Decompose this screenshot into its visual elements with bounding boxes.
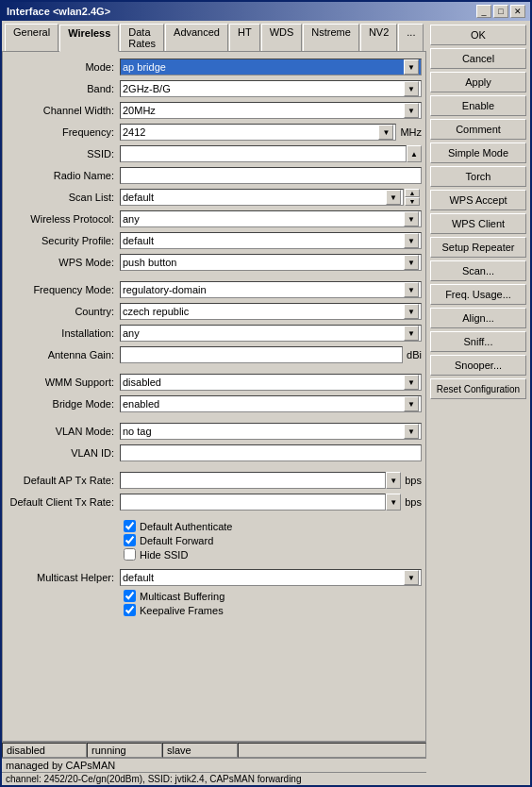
multicast-buffering-checkbox[interactable] [124,590,136,602]
default-ap-tx-rate-row: Default AP Tx Rate: ▼ bps [7,471,422,490]
tab-data-rates[interactable]: Data Rates [120,24,164,51]
default-authenticate-checkbox[interactable] [124,520,136,532]
default-client-tx-rate-input[interactable] [120,494,386,511]
tab-nv2[interactable]: NV2 [360,24,397,51]
security-profile-dropdown-btn[interactable]: ▼ [404,233,419,248]
channel-width-select[interactable]: 20MHz ▼ [120,102,422,119]
reset-configuration-button[interactable]: Reset Configuration [430,378,526,399]
close-button[interactable]: ✕ [510,5,525,18]
mode-select[interactable]: ap bridge ▼ [120,59,422,75]
multicast-buffering-row: Multicast Buffering [124,590,422,602]
maximize-button[interactable]: □ [493,5,508,18]
multicast-buffering-label: Multicast Buffering [140,591,224,602]
multicast-helper-row: Multicast Helper: default ▼ [7,568,422,587]
channel-width-dropdown-btn[interactable]: ▼ [404,103,419,118]
ssid-control: jvtik2.4 ▲ [120,145,422,162]
ok-button[interactable]: OK [430,25,526,45]
frequency-control: 2412 ▼ MHz [120,124,422,141]
setup-repeater-button[interactable]: Setup Repeater [430,237,526,258]
hide-ssid-checkbox[interactable] [124,548,136,561]
enable-button[interactable]: Enable [430,95,526,116]
bridge-mode-dropdown-btn[interactable]: ▼ [404,396,419,411]
default-ap-tx-rate-control: ▼ bps [120,472,422,489]
managed-by-capsman: managed by CAPsMAN [2,758,426,772]
band-dropdown-btn[interactable]: ▼ [404,81,419,96]
tab-wireless[interactable]: Wireless [59,25,119,52]
country-dropdown-btn[interactable]: ▼ [404,304,419,319]
wps-client-button[interactable]: WPS Client [430,213,526,234]
frequency-select[interactable]: 2412 ▼ [120,124,396,141]
window-body: General Wireless Data Rates Advanced HT … [2,21,530,785]
vlan-mode-dropdown-btn[interactable]: ▼ [404,424,419,439]
scan-list-down-btn[interactable]: ▼ [405,197,420,206]
ssid-up-btn[interactable]: ▲ [407,145,422,162]
wps-mode-dropdown-btn[interactable]: ▼ [404,255,419,270]
tabs: General Wireless Data Rates Advanced HT … [2,21,426,51]
tab-nstreme[interactable]: Nstreme [303,24,359,51]
scan-list-up-btn[interactable]: ▲ [405,189,420,197]
comment-button[interactable]: Comment [430,119,526,140]
scan-button[interactable]: Scan... [430,260,526,281]
antenna-gain-control: 0 dBi [120,346,422,363]
multicast-helper-select[interactable]: default ▼ [120,569,422,586]
status-segment-3: slave [162,743,238,758]
installation-select[interactable]: any ▼ [120,325,422,342]
simple-mode-button[interactable]: Simple Mode [430,142,526,163]
scan-list-dropdown-btn[interactable]: ▼ [386,190,401,205]
vlan-id-label: VLAN ID: [7,447,120,459]
wmm-support-select[interactable]: disabled ▼ [120,374,422,391]
cancel-button[interactable]: Cancel [430,48,526,69]
scan-list-select[interactable]: default ▼ [120,189,404,206]
minimize-button[interactable]: _ [476,5,491,18]
mode-row: Mode: ap bridge ▼ [7,58,422,76]
tab-more[interactable]: ... [398,24,424,51]
tab-advanced[interactable]: Advanced [165,24,228,51]
default-client-tx-rate-dropdown[interactable]: ▼ [386,494,401,511]
default-ap-tx-rate-dropdown[interactable]: ▼ [386,472,401,489]
bridge-mode-row: Bridge Mode: enabled ▼ [7,394,422,413]
channel-info: channel: 2452/20-Ce/gn(20dBm), SSID: jvt… [2,772,426,785]
vlan-id-row: VLAN ID: 1 [7,444,422,462]
default-forward-checkbox[interactable] [124,534,136,546]
tab-general[interactable]: General [5,24,58,51]
radio-name-input[interactable]: B869F498C1DC [120,167,422,184]
vlan-mode-control: no tag ▼ [120,423,422,440]
frequency-mode-dropdown-btn[interactable]: ▼ [404,282,419,297]
installation-dropdown-btn[interactable]: ▼ [404,326,419,341]
wireless-protocol-select[interactable]: any ▼ [120,210,422,227]
ssid-input[interactable]: jvtik2.4 [120,145,407,162]
bridge-mode-select[interactable]: enabled ▼ [120,395,422,412]
default-client-tx-rate-control: ▼ bps [120,494,422,511]
align-button[interactable]: Align... [430,308,526,328]
channel-width-row: Channel Width: 20MHz ▼ [7,101,422,120]
frequency-dropdown-btn[interactable]: ▼ [378,125,393,140]
sniff-button[interactable]: Sniff... [430,331,526,352]
mode-dropdown-btn[interactable]: ▼ [404,59,419,75]
vlan-id-input[interactable]: 1 [120,444,422,461]
default-authenticate-label: Default Authenticate [140,521,232,532]
wireless-protocol-dropdown-btn[interactable]: ▼ [404,211,419,226]
tab-wds[interactable]: WDS [261,24,303,51]
antenna-gain-input[interactable]: 0 [120,346,403,363]
installation-control: any ▼ [120,325,422,342]
snooper-button[interactable]: Snooper... [430,355,526,376]
multicast-helper-dropdown-btn[interactable]: ▼ [404,570,419,585]
vlan-mode-select[interactable]: no tag ▼ [120,423,422,440]
band-select[interactable]: 2GHz-B/G ▼ [120,80,422,97]
security-profile-select[interactable]: default ▼ [120,232,422,249]
freq-usage-button[interactable]: Freq. Usage... [430,284,526,305]
tab-ht[interactable]: HT [229,24,260,51]
country-select[interactable]: czech republic ▼ [120,303,422,320]
scan-list-arrows: ▲ ▼ [405,189,422,206]
status-segment-4 [238,743,426,758]
wps-mode-select[interactable]: push button ▼ [120,254,422,271]
wps-accept-button[interactable]: WPS Accept [430,190,526,210]
apply-button[interactable]: Apply [430,72,526,92]
bridge-mode-label: Bridge Mode: [7,398,120,410]
frequency-mode-select[interactable]: regulatory-domain ▼ [120,281,422,298]
torch-button[interactable]: Torch [430,166,526,187]
wmm-support-dropdown-btn[interactable]: ▼ [404,375,419,390]
default-ap-tx-rate-input[interactable] [120,472,386,489]
keepalive-frames-checkbox[interactable] [124,604,136,616]
wmm-support-row: WMM Support: disabled ▼ [7,373,422,392]
